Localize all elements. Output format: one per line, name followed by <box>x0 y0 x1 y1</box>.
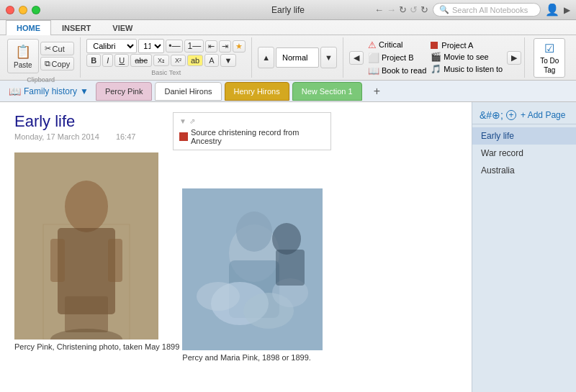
toolbar-nav-icons: ← → ↻ ↺ ↻ <box>374 4 428 15</box>
expand-icon[interactable]: ▶ <box>564 5 570 15</box>
page-list-item-australia[interactable]: Australia <box>472 162 576 179</box>
font-group: Calibri 11 •― 1― ⇤ ⇥ ★ B I U abc X₂ X² a… <box>84 37 252 78</box>
photo2-container: Percy and Maria Pink, 1898 or 1899. <box>182 152 323 362</box>
back-icon[interactable]: ← <box>374 4 384 15</box>
highlight-button[interactable]: ab <box>187 55 203 66</box>
subscript-button[interactable]: X₂ <box>153 55 169 66</box>
photo1 <box>14 152 158 339</box>
search-box[interactable]: 🔍 Search All Notebooks <box>433 3 541 17</box>
photo1-image <box>14 152 158 339</box>
outdent-button[interactable]: ⇤ <box>205 40 217 53</box>
redo-icon[interactable]: ↺ <box>410 4 418 15</box>
notebook-dropdown-icon: ▼ <box>80 86 89 96</box>
tab-home[interactable]: HOME <box>6 20 51 35</box>
copy-button[interactable]: ⧉ Copy <box>40 57 75 70</box>
section-tab-daniel[interactable]: Daniel Hirons <box>155 82 221 101</box>
page-list-item-war-record[interactable]: War record <box>472 145 576 162</box>
add-page-plus-icon: &#⊕; <box>480 109 503 121</box>
close-button[interactable] <box>6 6 14 14</box>
project-b-tag[interactable]: ⬜ Project B <box>368 53 426 63</box>
ribbon-tabs: HOME INSERT VIEW <box>0 20 576 35</box>
photo2-caption: Percy and Maria Pink, 1898 or 1899. <box>182 353 323 362</box>
source-content: Source christening record from Ancestry <box>179 128 325 145</box>
section-tab-new[interactable]: New Section 1 <box>292 82 362 101</box>
font-color-button[interactable]: A <box>204 54 218 67</box>
todo-tag[interactable]: ☑ To Do Tag <box>534 38 565 78</box>
styles-next-button[interactable]: ▼ <box>320 47 337 68</box>
copy-icon: ⧉ <box>45 59 50 68</box>
bullet-list-button[interactable]: •― <box>166 40 183 53</box>
notebook-name[interactable]: 📖 Family history ▼ <box>4 84 93 99</box>
add-section-button[interactable]: + <box>365 82 389 101</box>
section-tab-percy[interactable]: Percy Pink <box>96 82 153 101</box>
minimize-button[interactable] <box>19 6 27 14</box>
paste-button[interactable]: 📋 Paste <box>7 39 39 73</box>
font-family-select[interactable]: Calibri <box>86 39 137 53</box>
critical-icon: ⚠ <box>368 40 377 50</box>
numbered-list-button[interactable]: 1― <box>184 40 204 53</box>
forward-icon[interactable]: → <box>387 4 396 15</box>
maximize-button[interactable] <box>32 6 40 14</box>
tags-group: ◀ ⚠ Critical ⬜ Project B 📖 Book to read <box>346 37 525 78</box>
superscript-button[interactable]: X² <box>171 55 186 66</box>
italic-button[interactable]: I <box>102 54 113 67</box>
more-font-button[interactable]: ▼ <box>220 54 237 67</box>
search-placeholder: Search All Notebooks <box>452 6 528 14</box>
title-bar: Early life ← → ↻ ↺ ↻ 🔍 Search All Notebo… <box>0 0 576 20</box>
project-a-tag[interactable]: Project A <box>431 41 503 50</box>
source-header-left: ▼ ⇗ <box>179 117 198 125</box>
style-selector[interactable]: Normal <box>276 47 319 68</box>
search-icon: 🔍 <box>439 5 449 14</box>
movie-icon: 🎬 <box>431 52 441 62</box>
notebook-icon: 📖 <box>9 86 21 97</box>
underline-button[interactable]: U <box>114 54 129 67</box>
collapse-icon[interactable]: ▼ <box>179 117 186 125</box>
photo1-caption: Percy Pink, Christening photo, taken May… <box>14 342 180 351</box>
refresh-icon[interactable]: ↻ <box>420 4 428 15</box>
source-box-header: ▼ ⇗ <box>179 117 325 125</box>
project-a-icon <box>431 42 438 49</box>
tags-next-button[interactable]: ▶ <box>507 51 521 65</box>
clipboard-label: Clipboard <box>7 76 74 83</box>
ribbon: HOME INSERT VIEW 📋 Paste ✂ Cut ⧉ Cop <box>0 20 576 81</box>
source-expand-icon[interactable]: ⇗ <box>189 117 195 125</box>
sidebar: &#⊕; + + Add Page Early life War record … <box>472 102 576 392</box>
page-date: Monday, 17 March 2014 <box>14 132 99 141</box>
critical-tag[interactable]: ⚠ Critical <box>368 40 426 50</box>
indent-button[interactable]: ⇥ <box>219 40 231 53</box>
page-time: 16:47 <box>116 132 136 141</box>
window-title: Early life <box>271 5 305 15</box>
page-list-item-early-life[interactable]: Early life <box>472 127 576 145</box>
styles-group: ▲ Normal ▼ <box>255 37 343 78</box>
tab-insert[interactable]: INSERT <box>51 20 102 35</box>
book-icon: 📖 <box>368 65 379 76</box>
format-painter-button[interactable]: ★ <box>233 40 246 53</box>
font-size-select[interactable]: 11 <box>138 39 164 53</box>
font-label: Basic Text <box>86 69 246 76</box>
movie-tag[interactable]: 🎬 Movie to see <box>431 52 503 62</box>
styles-prev-button[interactable]: ▲ <box>258 47 274 68</box>
add-page-button[interactable]: &#⊕; + + Add Page <box>472 106 576 124</box>
checkbox-checked-icon: ☑ <box>544 42 554 55</box>
book-tag[interactable]: 📖 Book to read <box>368 65 426 76</box>
clipboard-row: 📋 Paste ✂ Cut ⧉ Copy <box>7 39 74 73</box>
add-page-circle-icon: + <box>506 110 516 120</box>
tab-view[interactable]: VIEW <box>102 20 143 35</box>
cut-button[interactable]: ✂ Cut <box>40 42 75 55</box>
music-tag[interactable]: 🎵 Music to listen to <box>431 64 503 74</box>
clipboard-group: 📋 Paste ✂ Cut ⧉ Copy Clipboard <box>4 37 81 78</box>
user-icon[interactable]: 👤 <box>545 3 559 17</box>
source-text: Source christening record from Ancestry <box>191 128 325 145</box>
bold-button[interactable]: B <box>86 54 101 67</box>
photos-area: Percy Pink, Christening photo, taken May… <box>14 152 457 362</box>
svg-rect-9 <box>14 152 158 339</box>
undo-icon[interactable]: ↻ <box>399 4 407 15</box>
section-tab-henry[interactable]: Henry Hirons <box>225 82 289 101</box>
scissors-icon: ✂ <box>45 44 51 53</box>
source-dot <box>179 132 188 141</box>
tags-list2: Project A 🎬 Movie to see 🎵 Music to list… <box>431 41 503 74</box>
source-note-box: ▼ ⇗ Source christening record from Ances… <box>173 112 331 150</box>
strikethrough-button[interactable]: abc <box>130 54 152 67</box>
music-icon: 🎵 <box>431 64 441 74</box>
tags-prev-button[interactable]: ◀ <box>349 51 364 65</box>
